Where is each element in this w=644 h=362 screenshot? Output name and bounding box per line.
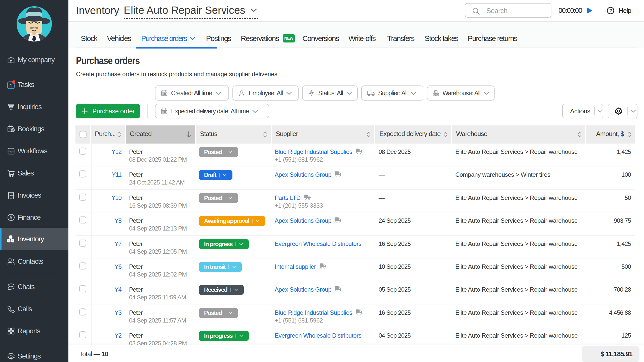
- svg-text:4: 4: [9, 83, 12, 88]
- svg-text:?: ?: [609, 8, 612, 13]
